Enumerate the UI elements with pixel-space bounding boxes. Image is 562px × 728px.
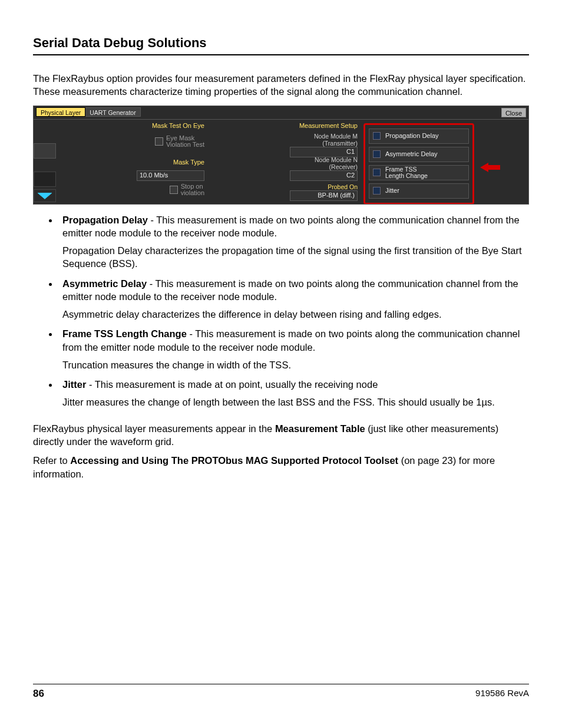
text: Refer to — [33, 455, 70, 466]
propagation-delay-label: Propagation Delay — [385, 133, 439, 139]
stop-on-violation-checkbox[interactable] — [170, 186, 178, 194]
asymmetric-delay-label: Asymmetric Delay — [385, 151, 438, 157]
page-title: Serial Data Debug Solutions — [33, 35, 529, 55]
eye-preview-thumb-2 — [34, 172, 56, 187]
frame-tss-label-2: Length Change — [385, 172, 428, 179]
bullet-jitter: Jitter - This measurement is made at on … — [59, 377, 529, 409]
eye-preview-thumb-1 — [34, 143, 56, 159]
tab-uart-generator[interactable]: UART Generator — [85, 107, 140, 117]
node-n-label-1: Node Module N — [269, 156, 358, 163]
definition-list: Propagation Delay - This measurement is … — [33, 213, 529, 409]
bullet-propagation-delay: Propagation Delay - This measurement is … — [59, 213, 529, 271]
tab-bar: Physical Layer UART Generator — [36, 107, 526, 118]
doc-revision: 919586 RevA — [475, 688, 529, 700]
measurement-table-ref: Measurement Table — [275, 423, 365, 434]
mask-type-label: Mask Type — [81, 159, 204, 166]
node-m-label-1: Node Module M — [269, 133, 358, 140]
measure-icon — [373, 132, 381, 140]
propagation-delay-button[interactable]: Propagation Delay — [369, 129, 469, 144]
measure-icon — [373, 169, 381, 176]
term: Frame TSS Length Change — [62, 328, 187, 339]
tab-physical-layer[interactable]: Physical Layer — [36, 107, 85, 117]
jitter-label: Jitter — [385, 187, 399, 194]
stop-label-1: Stop on — [181, 183, 204, 190]
node-n-label-2: (Receiver) — [269, 163, 358, 170]
stop-label-2: violation — [181, 190, 204, 196]
bullet-asymmetric-delay: Asymmetric Delay - This measurement is m… — [59, 276, 529, 321]
intro-paragraph: The FlexRaybus option provides four meas… — [33, 72, 529, 98]
left-preview-strip — [34, 120, 64, 204]
eye-mask-checkbox[interactable] — [155, 137, 163, 146]
asymmetric-delay-button[interactable]: Asymmetric Delay — [369, 147, 469, 162]
svg-marker-1 — [480, 163, 500, 172]
frame-tss-button[interactable]: Frame TSS Length Change — [369, 165, 469, 180]
eye-preview-thumb-3 — [34, 189, 56, 202]
node-n-field[interactable]: C2 — [290, 170, 358, 181]
measure-icon — [373, 187, 381, 195]
mask-test-label: Mask Test On Eye — [81, 122, 204, 129]
measurement-setup-label: Measurement Setup — [269, 122, 358, 129]
term: Jitter — [62, 379, 86, 390]
extra: Propagation Delay characterizes the prop… — [62, 244, 529, 271]
screenshot-panel: Physical Layer UART Generator Close Mask… — [33, 106, 529, 205]
closing-paragraphs: FlexRaybus physical layer measurements a… — [33, 422, 529, 480]
jitter-button[interactable]: Jitter — [369, 183, 469, 199]
term: Asymmetric Delay — [62, 278, 147, 289]
extra: Truncation measures the change in width … — [62, 358, 529, 371]
node-m-label-2: (Transmitter) — [269, 140, 358, 147]
measure-icon — [373, 150, 381, 158]
probed-on-label: Probed On — [269, 183, 358, 190]
page-footer: 86 919586 RevA — [33, 684, 529, 700]
probed-on-field[interactable]: BP-BM (diff.) — [290, 190, 358, 201]
term: Propagation Delay — [62, 215, 148, 225]
svg-marker-0 — [38, 193, 52, 199]
lead: - This measurement is made at on point, … — [86, 379, 378, 390]
protobus-toolset-ref: Accessing and Using The PROTObus MAG Sup… — [70, 455, 398, 466]
extra: Asymmetric delay characterizes the diffe… — [62, 308, 529, 321]
eye-mask-label-1: Eye Mask — [166, 135, 204, 141]
page-number: 86 — [33, 688, 44, 700]
extra: Jitter measures the change of length bet… — [62, 396, 529, 409]
eye-mask-label-2: Violation Test — [166, 141, 204, 148]
text: FlexRaybus physical layer measurements a… — [33, 423, 275, 434]
measurement-buttons-highlight: Propagation Delay Asymmetric Delay Frame… — [363, 123, 474, 205]
mask-type-field[interactable]: 10.0 Mb/s — [137, 170, 204, 181]
bullet-frame-tss: Frame TSS Length Change - This measureme… — [59, 327, 529, 371]
callout-arrow-icon — [480, 162, 500, 173]
close-button[interactable]: Close — [501, 108, 526, 117]
